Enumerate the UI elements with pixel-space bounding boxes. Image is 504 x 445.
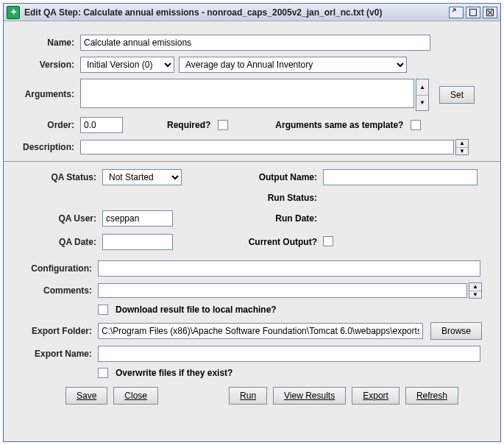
output-name-label: Output Name: [235, 172, 323, 182]
arguments-textarea[interactable] [80, 79, 414, 108]
chevron-up-icon[interactable]: ▲ [469, 283, 481, 291]
titlebar: ✦ Edit QA Step: Calculate annual emissio… [4, 4, 500, 21]
save-button[interactable]: Save [65, 387, 107, 405]
args-template-checkbox[interactable] [411, 120, 421, 130]
overwrite-checkbox[interactable] [98, 368, 108, 378]
comments-label: Comments: [21, 285, 98, 296]
version-select[interactable]: Initial Version (0) [80, 57, 174, 73]
chevron-up-icon[interactable]: ▲ [456, 140, 468, 147]
svg-rect-0 [470, 9, 477, 15]
name-input[interactable] [80, 35, 430, 51]
description-input[interactable] [80, 140, 454, 154]
run-status-label: Run Status: [235, 193, 323, 203]
view-results-button[interactable]: View Results [273, 387, 346, 405]
close-button-bottom[interactable]: Close [113, 387, 158, 405]
chevron-up-icon[interactable]: ▲ [416, 79, 428, 95]
arguments-label: Arguments: [21, 79, 80, 99]
app-icon: ✦ [7, 6, 20, 19]
overwrite-label: Overwrite files if they exist? [116, 368, 233, 378]
close-button[interactable] [483, 7, 497, 18]
export-name-label: Export Name: [21, 349, 98, 359]
export-button[interactable]: Export [352, 387, 400, 405]
maximize-button[interactable] [466, 7, 480, 18]
args-template-label: Arguments same as template? [275, 120, 403, 130]
set-button[interactable]: Set [439, 86, 475, 104]
qa-user-label: QA User: [21, 213, 102, 224]
version-label: Version: [21, 60, 80, 70]
current-output-label: Current Output? [235, 237, 323, 247]
window-title: Edit QA Step: Calculate annual emissions… [24, 7, 447, 18]
current-output-checkbox[interactable] [323, 236, 333, 246]
chevron-down-icon[interactable]: ▼ [469, 291, 481, 299]
content-area: Name: Version: Initial Version (0) Avera… [4, 21, 500, 441]
output-name-input[interactable] [323, 169, 478, 185]
order-label: Order: [21, 120, 80, 130]
run-date-label: Run Date: [235, 213, 323, 224]
button-bar: Save Close Run View Results Export Refre… [21, 387, 483, 405]
description-label: Description: [21, 142, 80, 152]
required-label: Required? [167, 120, 210, 130]
qa-status-label: QA Status: [21, 172, 102, 182]
qa-user-input[interactable] [102, 210, 173, 227]
order-input[interactable] [80, 117, 123, 133]
window: ✦ Edit QA Step: Calculate annual emissio… [3, 3, 501, 442]
qa-date-input[interactable] [102, 234, 173, 250]
section-divider [4, 161, 500, 162]
description-spinner[interactable]: ▲▼ [455, 139, 469, 155]
export-folder-input[interactable] [98, 323, 423, 339]
qa-date-label: QA Date: [21, 237, 102, 247]
chevron-down-icon[interactable]: ▼ [456, 147, 468, 155]
run-button[interactable]: Run [229, 387, 267, 405]
configuration-label: Configuration: [21, 263, 98, 274]
export-folder-label: Export Folder: [21, 326, 98, 336]
export-name-input[interactable] [98, 346, 480, 362]
browse-button[interactable]: Browse [430, 322, 482, 340]
comments-spinner[interactable]: ▲▼ [469, 282, 482, 299]
comments-input[interactable] [98, 283, 467, 298]
arguments-spinner[interactable]: ▲▼ [416, 79, 429, 111]
required-checkbox[interactable] [218, 120, 228, 130]
chevron-down-icon[interactable]: ▼ [416, 95, 428, 111]
name-label: Name: [21, 38, 80, 48]
configuration-input[interactable] [98, 260, 480, 277]
qa-status-select[interactable]: Not Started [102, 169, 182, 185]
download-label: Download result file to local machine? [116, 305, 277, 315]
method-select[interactable]: Average day to Annual Inventory [179, 57, 407, 73]
detach-button[interactable] [449, 7, 464, 18]
download-checkbox[interactable] [98, 305, 108, 315]
refresh-button[interactable]: Refresh [405, 387, 458, 405]
